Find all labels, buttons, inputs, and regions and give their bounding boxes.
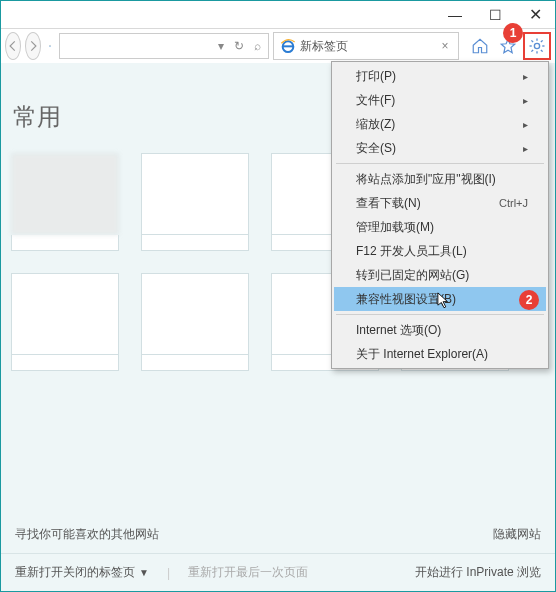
menu-item[interactable]: 查看下载(N)Ctrl+J xyxy=(334,191,546,215)
svg-line-11 xyxy=(531,50,533,52)
menu-item[interactable]: 安全(S) xyxy=(334,136,546,160)
menu-item[interactable]: 缩放(Z) xyxy=(334,112,546,136)
menu-item-label: 查看下载(N) xyxy=(356,195,421,212)
callout-1: 1 xyxy=(503,23,523,43)
arrow-right-icon xyxy=(26,39,40,53)
menu-item[interactable]: Internet 选项(O) xyxy=(334,318,546,342)
svg-line-12 xyxy=(541,40,543,42)
menu-item-label: 关于 Internet Explorer(A) xyxy=(356,346,488,363)
discover-link[interactable]: 寻找你可能喜欢的其他网站 xyxy=(15,526,159,543)
menu-item-label: 将站点添加到"应用"视图(I) xyxy=(356,171,496,188)
search-icon[interactable]: ⌕ xyxy=(250,39,264,53)
browser-tab[interactable]: 新标签页 × xyxy=(273,32,459,60)
tile[interactable] xyxy=(11,273,119,371)
address-input[interactable] xyxy=(64,39,214,53)
menu-item[interactable]: 关于 Internet Explorer(A) xyxy=(334,342,546,366)
menu-item-label: F12 开发人员工具(L) xyxy=(356,243,467,260)
tab-close-icon[interactable]: × xyxy=(438,39,452,53)
tile[interactable] xyxy=(141,273,249,371)
separator: | xyxy=(167,566,170,580)
minimize-button[interactable]: — xyxy=(435,1,475,29)
ie-logo-icon xyxy=(49,38,51,54)
menu-item-label: 转到已固定的网站(G) xyxy=(356,267,469,284)
browser-toolbar: ▾ ↻ ⌕ 新标签页 × xyxy=(1,29,555,63)
menu-item[interactable]: 文件(F) xyxy=(334,88,546,112)
menu-item-label: 打印(P) xyxy=(356,68,396,85)
forward-button[interactable] xyxy=(25,32,41,60)
menu-item-label: 缩放(Z) xyxy=(356,116,395,133)
reopen-tabs-link[interactable]: 重新打开关闭的标签页▼ xyxy=(15,564,149,581)
close-button[interactable]: ✕ xyxy=(515,1,555,29)
tab-title: 新标签页 xyxy=(300,38,434,55)
menu-item-label: 管理加载项(M) xyxy=(356,219,434,236)
menu-item[interactable]: 打印(P) xyxy=(334,64,546,88)
hide-sites-link[interactable]: 隐藏网站 xyxy=(493,526,541,543)
reopen-last-link[interactable]: 重新打开最后一次页面 xyxy=(188,564,308,581)
refresh-icon[interactable]: ↻ xyxy=(232,39,246,53)
home-icon xyxy=(471,37,489,55)
menu-item-shortcut: Ctrl+J xyxy=(499,197,528,209)
menu-item[interactable]: 将站点添加到"应用"视图(I) xyxy=(334,167,546,191)
tools-button[interactable] xyxy=(523,32,551,60)
address-bar[interactable]: ▾ ↻ ⌕ xyxy=(59,33,269,59)
gear-icon xyxy=(528,37,546,55)
home-button[interactable] xyxy=(467,33,493,59)
menu-item[interactable]: F12 开发人员工具(L) xyxy=(334,239,546,263)
menu-item[interactable]: 管理加载项(M) xyxy=(334,215,546,239)
cursor-icon xyxy=(437,292,451,310)
svg-line-9 xyxy=(531,40,533,42)
menu-item-label: Internet 选项(O) xyxy=(356,322,441,339)
svg-line-10 xyxy=(541,50,543,52)
menu-item[interactable]: 转到已固定的网站(G) xyxy=(334,263,546,287)
callout-2: 2 xyxy=(519,290,539,310)
svg-point-4 xyxy=(534,43,539,48)
menu-item-label: 安全(S) xyxy=(356,140,396,157)
tools-menu: 打印(P)文件(F)缩放(Z)安全(S)将站点添加到"应用"视图(I)查看下载(… xyxy=(331,61,549,369)
tile[interactable] xyxy=(141,153,249,251)
dropdown-icon[interactable]: ▾ xyxy=(214,39,228,53)
arrow-left-icon xyxy=(6,39,20,53)
tile[interactable] xyxy=(11,153,119,251)
ie-logo-icon xyxy=(280,38,296,54)
menu-item-label: 文件(F) xyxy=(356,92,395,109)
inprivate-link[interactable]: 开始进行 InPrivate 浏览 xyxy=(415,564,541,581)
svg-rect-3 xyxy=(283,45,294,47)
chevron-down-icon: ▼ xyxy=(139,567,149,578)
back-button[interactable] xyxy=(5,32,21,60)
window-titlebar: — ☐ ✕ xyxy=(1,1,555,29)
